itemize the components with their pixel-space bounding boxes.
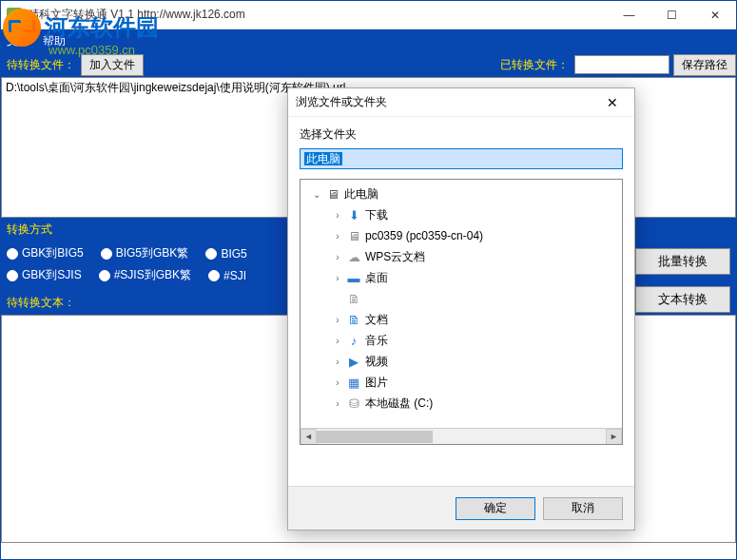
close-button[interactable]: ✕ — [693, 1, 736, 29]
disk-icon: ⛁ — [346, 396, 361, 411]
scroll-left-icon[interactable]: ◄ — [301, 429, 317, 445]
converted-path-input[interactable] — [574, 55, 669, 74]
doc-icon: 🗎 — [346, 291, 361, 306]
pending-files-label: 待转换文件： — [1, 57, 81, 73]
expand-icon[interactable]: › — [333, 336, 342, 346]
pc2-icon: 🖥 — [346, 228, 361, 243]
add-file-button[interactable]: 加入文件 — [81, 54, 144, 76]
tree-item-label: 桌面 — [365, 270, 388, 286]
titlebar: 精科文字转换通 V1.1 http://www.jk126.com — ☐ ✕ — [1, 1, 736, 29]
dialog-path-input[interactable]: 此电脑 — [300, 148, 623, 169]
dialog-ok-button[interactable]: 确定 — [456, 497, 535, 520]
toolbar: 待转换文件： 加入文件 已转换文件： 保存路径 — [1, 52, 736, 77]
scroll-thumb[interactable] — [317, 431, 433, 443]
menu-help[interactable]: 帮助 — [43, 33, 66, 49]
browse-dialog: 浏览文件或文件夹 ✕ 选择文件夹 此电脑 ⌄🖥此电脑›⬇下载›🖥pc0359 (… — [287, 87, 635, 531]
dialog-cancel-button[interactable]: 取消 — [543, 497, 623, 520]
tree-item[interactable]: ›☁WPS云文档 — [302, 246, 620, 267]
tree-item[interactable]: ›🖥pc0359 (pc0359-cn-04) — [302, 225, 620, 246]
minimize-button[interactable]: — — [608, 1, 650, 29]
tree-item[interactable]: ›🗎文档 — [302, 309, 620, 330]
tree-item-label: 文档 — [365, 312, 388, 328]
side-buttons: 批量转换 文本转换 — [635, 248, 730, 313]
tree-item-label: 下载 — [365, 207, 388, 223]
expand-icon[interactable]: › — [333, 210, 342, 221]
folder-tree: ⌄🖥此电脑›⬇下载›🖥pc0359 (pc0359-cn-04)›☁WPS云文档… — [300, 179, 623, 445]
radio-gbk-to-big5[interactable]: GBK到BIG5 — [7, 245, 84, 261]
converted-files-label: 已转换文件： — [495, 57, 574, 73]
tree-item-label: 视频 — [365, 354, 388, 370]
maximize-button[interactable]: ☐ — [650, 1, 693, 29]
tree-item-label: pc0359 (pc0359-cn-04) — [365, 229, 483, 242]
expand-icon[interactable]: › — [333, 398, 342, 409]
tree-item[interactable]: ›⬇下载 — [302, 204, 620, 225]
app-icon — [7, 8, 22, 23]
tree-item[interactable]: ›♪音乐 — [302, 330, 620, 351]
expand-icon[interactable]: ⌄ — [312, 189, 321, 200]
horizontal-scrollbar[interactable]: ◄ ► — [301, 428, 622, 444]
dialog-titlebar: 浏览文件或文件夹 ✕ — [288, 88, 634, 117]
dialog-label: 选择文件夹 — [288, 117, 634, 148]
music-icon: ♪ — [346, 333, 361, 348]
tree-item-label: 此电脑 — [344, 186, 378, 203]
docs-icon: 🗎 — [346, 312, 361, 327]
window-title: 精科文字转换通 V1.1 http://www.jk126.com — [28, 7, 245, 23]
tree-item-label: 图片 — [365, 375, 388, 391]
expand-icon[interactable]: › — [333, 377, 342, 388]
expand-icon[interactable]: › — [333, 273, 342, 283]
radio-gbk-to-sjis[interactable]: GBK到SJIS — [7, 267, 82, 283]
radio-big5[interactable]: BIG5 — [205, 247, 246, 261]
menu-file[interactable]: 文件 — [7, 33, 29, 49]
expand-icon[interactable]: › — [333, 231, 342, 241]
expand-icon[interactable]: › — [333, 357, 342, 367]
dialog-close-button[interactable]: ✕ — [598, 88, 627, 117]
expand-icon[interactable]: › — [333, 315, 342, 325]
menubar: 文件 帮助 — [1, 29, 736, 52]
tree-item[interactable]: ›▶视频 — [302, 351, 620, 372]
text-convert-button[interactable]: 文本转换 — [635, 286, 730, 313]
cloud-icon: ☁ — [346, 249, 361, 264]
tree-item[interactable]: ›▦图片 — [302, 372, 620, 393]
radio-sji[interactable]: #SJI — [208, 269, 246, 282]
tree-item[interactable]: 🗎 — [302, 288, 620, 309]
batch-convert-button[interactable]: 批量转换 — [635, 248, 730, 275]
scroll-right-icon[interactable]: ► — [606, 429, 622, 445]
pc-icon: 🖥 — [325, 186, 340, 202]
tree-item-label: 本地磁盘 (C:) — [365, 396, 433, 412]
tree-item[interactable]: ⌄🖥此电脑 — [302, 183, 620, 204]
expand-icon[interactable]: › — [333, 252, 342, 262]
video-icon: ▶ — [346, 354, 361, 369]
dialog-button-row: 确定 取消 — [288, 486, 634, 530]
tree-item[interactable]: ›⛁本地磁盘 (C:) — [302, 393, 620, 414]
tree-item[interactable]: ›▬桌面 — [302, 267, 620, 288]
dialog-title-text: 浏览文件或文件夹 — [296, 94, 387, 110]
tree-item-label: 音乐 — [365, 333, 388, 349]
pics-icon: ▦ — [346, 375, 361, 390]
radio-big5-to-gbk[interactable]: BIG5到GBK繁 — [101, 245, 189, 261]
save-path-button[interactable]: 保存路径 — [673, 54, 736, 76]
radio-sjis-to-gbk[interactable]: #SJIS到GBK繁 — [99, 267, 191, 283]
download-icon: ⬇ — [346, 207, 361, 222]
desktop-icon: ▬ — [346, 270, 361, 285]
tree-item-label: WPS云文档 — [365, 249, 425, 265]
